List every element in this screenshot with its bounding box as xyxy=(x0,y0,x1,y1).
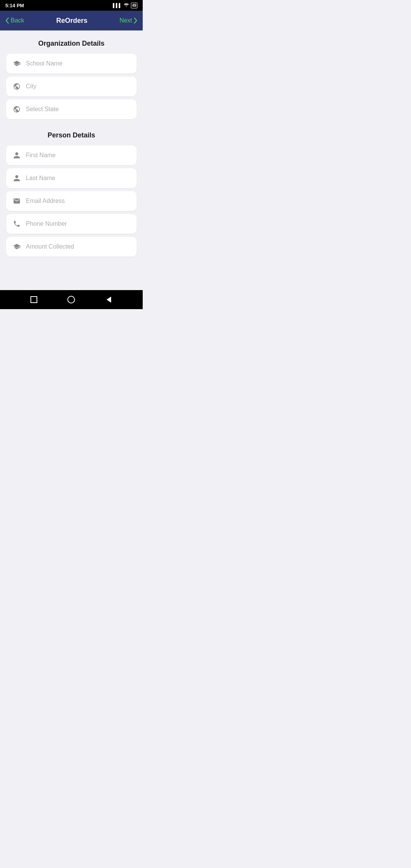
amount-icon xyxy=(12,242,21,251)
org-section-title: Organization Details xyxy=(6,40,137,48)
city-field[interactable] xyxy=(6,77,137,96)
amount-input[interactable] xyxy=(26,243,131,250)
state-field[interactable] xyxy=(6,99,137,119)
school-name-input[interactable] xyxy=(26,60,131,67)
wifi-icon xyxy=(124,3,129,8)
state-input[interactable] xyxy=(26,106,131,113)
bottom-back-button[interactable] xyxy=(105,295,113,304)
globe-icon-city xyxy=(12,82,21,91)
svg-rect-0 xyxy=(31,297,37,303)
email-input[interactable] xyxy=(26,198,131,204)
phone-field[interactable] xyxy=(6,214,137,234)
org-fields xyxy=(6,54,137,119)
email-icon xyxy=(12,196,21,206)
battery-icon: 49 xyxy=(131,3,137,8)
signal-icon: ▌▌▌ xyxy=(113,3,121,8)
person-section: Person Details xyxy=(6,131,137,257)
person-icon-first xyxy=(12,151,21,160)
nav-bar: Back ReOrders Next xyxy=(0,11,143,30)
last-name-input[interactable] xyxy=(26,175,131,182)
first-name-field[interactable] xyxy=(6,145,137,165)
first-name-input[interactable] xyxy=(26,152,131,159)
bottom-circle-button[interactable] xyxy=(67,295,75,304)
globe-icon-state xyxy=(12,105,21,114)
phone-input[interactable] xyxy=(26,220,131,227)
person-fields xyxy=(6,145,137,257)
status-bar: 5:14 PM ▌▌▌ 49 xyxy=(0,0,143,11)
main-content: Organization Details xyxy=(0,30,143,290)
city-input[interactable] xyxy=(26,83,131,90)
person-icon-last xyxy=(12,174,21,183)
last-name-field[interactable] xyxy=(6,168,137,188)
next-button[interactable]: Next xyxy=(119,17,137,24)
status-time: 5:14 PM xyxy=(5,3,24,8)
page-title: ReOrders xyxy=(56,17,88,25)
bottom-nav xyxy=(0,290,143,309)
org-section: Organization Details xyxy=(6,40,137,119)
person-section-title: Person Details xyxy=(6,131,137,139)
back-label: Back xyxy=(11,17,24,24)
school-name-field[interactable] xyxy=(6,54,137,73)
svg-point-1 xyxy=(68,296,75,303)
next-label: Next xyxy=(119,17,132,24)
phone-icon xyxy=(12,219,21,228)
status-icons: ▌▌▌ 49 xyxy=(113,3,137,8)
amount-field[interactable] xyxy=(6,237,137,257)
email-field[interactable] xyxy=(6,191,137,211)
school-icon xyxy=(12,59,21,68)
back-button[interactable]: Back xyxy=(5,17,24,24)
bottom-square-button[interactable] xyxy=(30,295,38,304)
